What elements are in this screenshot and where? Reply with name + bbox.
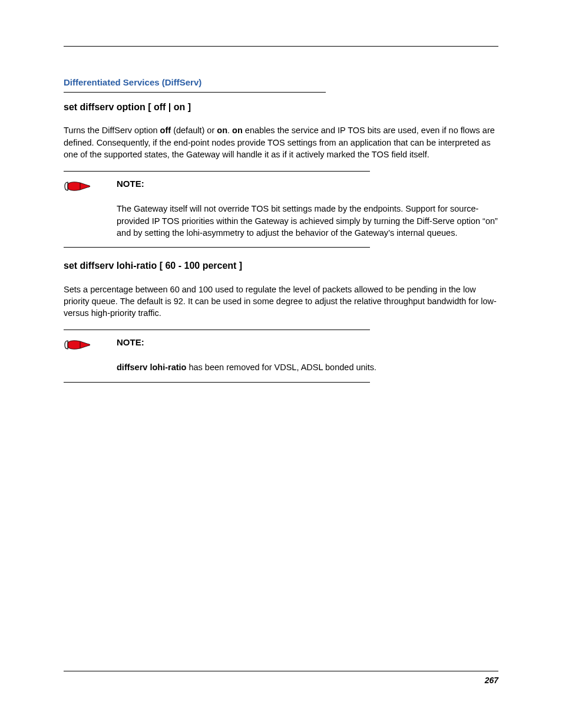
top-horizontal-rule bbox=[64, 46, 498, 47]
pointing-hand-icon bbox=[64, 336, 93, 354]
note-bottom-rule-2 bbox=[64, 382, 370, 383]
command-1-description: Turns the DiffServ option off (default) … bbox=[64, 124, 498, 160]
note-bold-term: diffserv lohi-ratio bbox=[117, 363, 186, 372]
bold-on-1: on bbox=[217, 126, 227, 135]
note-bottom-rule-1 bbox=[64, 247, 370, 248]
note-label-1: NOTE: bbox=[117, 177, 498, 190]
bold-off: off bbox=[160, 126, 171, 135]
command-heading-1: set diffserv option [ off | on ] bbox=[64, 101, 498, 114]
text-fragment: (default) or bbox=[171, 126, 217, 135]
note-top-rule-2 bbox=[64, 330, 370, 330]
command-2-description: Sets a percentage between 60 and 100 use… bbox=[64, 284, 498, 319]
note-top-rule-1 bbox=[64, 171, 370, 172]
page-footer: 267 bbox=[64, 671, 498, 687]
section-underline bbox=[64, 92, 326, 93]
note-content-1: NOTE: The Gateway itself will not overri… bbox=[117, 177, 498, 239]
pointing-hand-icon bbox=[64, 177, 93, 195]
text-fragment: Turns the DiffServ option bbox=[64, 126, 160, 135]
document-page: Differentiated Services (DiffServ) set d… bbox=[0, 0, 562, 728]
section-title: Differentiated Services (DiffServ) bbox=[64, 76, 498, 88]
page-number: 267 bbox=[485, 676, 498, 685]
note-block-2: NOTE: diffserv lohi-ratio has been remov… bbox=[64, 336, 498, 373]
bold-on-2: on bbox=[232, 126, 243, 135]
command-heading-2: set diffserv lohi-ratio [ 60 - 100 perce… bbox=[64, 259, 498, 272]
note-content-2: NOTE: diffserv lohi-ratio has been remov… bbox=[117, 336, 498, 373]
note-text-2: diffserv lohi-ratio has been removed for… bbox=[117, 361, 498, 373]
note-rest-text: has been removed for VDSL, ADSL bonded u… bbox=[186, 363, 376, 372]
note-block-1: NOTE: The Gateway itself will not overri… bbox=[64, 177, 498, 239]
note-label-2: NOTE: bbox=[117, 336, 498, 348]
note-text-1: The Gateway itself will not override TOS… bbox=[117, 203, 498, 239]
text-fragment: . bbox=[227, 126, 232, 135]
